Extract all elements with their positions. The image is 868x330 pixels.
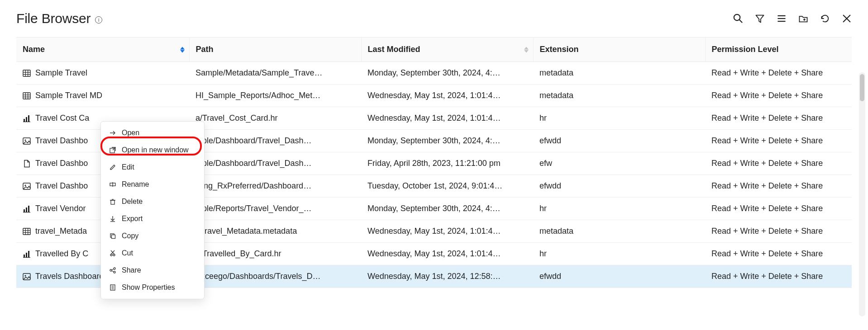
context-menu-label: Edit xyxy=(122,163,134,171)
close-icon[interactable] xyxy=(842,14,852,24)
column-header-name[interactable]: Name xyxy=(16,38,189,62)
column-header-path[interactable]: Path xyxy=(189,38,361,62)
file-extension: efwdd xyxy=(533,130,705,152)
file-modified: Monday, September 30th, 2024, 4:… xyxy=(361,62,533,85)
context-menu-label: Rename xyxy=(122,180,149,189)
file-path: a/Travel_Cost_Card.hr xyxy=(189,107,361,130)
copy-icon xyxy=(109,232,116,240)
file-modified: Monday, September 30th, 2024, 4:… xyxy=(361,130,533,152)
menu-icon[interactable] xyxy=(777,14,787,24)
file-permission: Read + Write + Delete + Share xyxy=(705,107,852,130)
file-path: HI_Sample_Reports/Adhoc_Met… xyxy=(189,85,361,107)
context-menu-item[interactable]: Delete xyxy=(101,193,204,210)
file-modified: Tuesday, October 1st, 2024, 9:01:4… xyxy=(361,175,533,198)
file-extension: hr xyxy=(533,107,705,130)
file-modified: Monday, September 30th, 2024, 4:… xyxy=(361,198,533,220)
edit-icon xyxy=(109,164,116,171)
file-extension: efwdd xyxy=(533,175,705,198)
column-header-permission[interactable]: Permission Level xyxy=(705,38,852,62)
context-menu-item[interactable]: Copy xyxy=(101,227,204,245)
file-type-icon xyxy=(23,227,31,236)
file-name: Travel Dashbo xyxy=(35,181,88,191)
scrollbar[interactable] xyxy=(859,72,865,316)
new-folder-icon[interactable] xyxy=(798,14,808,24)
file-name: Travel Cost Ca xyxy=(35,113,89,123)
scrollbar-thumb[interactable] xyxy=(860,74,864,101)
file-path: mple/Dashboard/Travel_Dash… xyxy=(189,130,361,152)
context-menu-label: Copy xyxy=(122,232,138,240)
file-name: Travels Dashboard xyxy=(35,272,104,281)
context-menu-label: Export xyxy=(122,215,143,223)
filter-icon[interactable] xyxy=(755,14,765,24)
context-menu-item[interactable]: Cut xyxy=(101,245,204,262)
file-permission: Read + Write + Delete + Share xyxy=(705,130,852,152)
file-name: Sample Travel xyxy=(35,68,87,78)
context-menu-item[interactable]: Export xyxy=(101,210,204,227)
arrow-right-icon xyxy=(109,129,116,137)
file-modified: Friday, April 28th, 2023, 11:21:00 pm xyxy=(361,152,533,175)
file-extension: hr xyxy=(533,243,705,265)
cut-icon xyxy=(109,250,116,257)
context-menu-item[interactable]: Share xyxy=(101,262,204,279)
trash-icon xyxy=(109,198,116,205)
refresh-icon[interactable] xyxy=(820,14,830,24)
context-menu-item[interactable]: Rename xyxy=(101,176,204,193)
download-icon xyxy=(109,215,116,222)
open-win-icon xyxy=(109,146,116,154)
file-permission: Read + Write + Delete + Share xyxy=(705,152,852,175)
table-row[interactable]: Sample TravelSample/Metadata/Sample_Trav… xyxy=(16,62,852,85)
context-menu-item[interactable]: Open in new window xyxy=(101,141,204,159)
context-menu-item[interactable]: Show Properties xyxy=(101,279,204,296)
search-icon[interactable] xyxy=(733,14,743,24)
share-icon xyxy=(109,267,116,274)
file-name: travel_Metada xyxy=(35,226,87,236)
info-icon[interactable]: i xyxy=(95,16,102,24)
file-name: Travel Dashbo xyxy=(35,136,88,146)
toolbar xyxy=(733,14,852,24)
file-modified: Wednesday, May 1st, 2024, 1:01:4… xyxy=(361,85,533,107)
props-icon xyxy=(109,284,116,291)
file-type-icon xyxy=(23,114,31,123)
column-header-extension[interactable]: Extension xyxy=(533,38,705,62)
file-name: Sample Travel MD xyxy=(35,91,102,100)
file-type-icon xyxy=(23,273,31,281)
column-label: Last Modified xyxy=(368,45,420,54)
context-menu-label: Open xyxy=(122,129,139,137)
file-name: Travelled By C xyxy=(35,249,88,259)
file-permission: Read + Write + Delete + Share xyxy=(705,220,852,243)
sort-indicator-icon xyxy=(524,47,529,52)
column-label: Extension xyxy=(540,45,579,54)
context-menu-label: Open in new window xyxy=(122,146,189,154)
column-label: Permission Level xyxy=(712,45,779,54)
column-header-modified[interactable]: Last Modified xyxy=(361,38,533,62)
file-type-icon xyxy=(23,69,31,77)
file-extension: metadata xyxy=(533,85,705,107)
context-menu-label: Share xyxy=(122,266,141,274)
context-menu: OpenOpen in new windowEditRenameDeleteEx… xyxy=(100,121,205,299)
context-menu-item[interactable]: Edit xyxy=(101,159,204,176)
file-extension: metadata xyxy=(533,220,705,243)
rename-icon xyxy=(109,181,116,188)
file-path: ining_RxPreferred/Dashboard… xyxy=(189,175,361,198)
file-permission: Read + Write + Delete + Share xyxy=(705,175,852,198)
page-title: File Browser xyxy=(16,11,91,26)
file-extension: efw xyxy=(533,152,705,175)
file-extension: metadata xyxy=(533,62,705,85)
file-path: Sample/Metadata/Sample_Trave… xyxy=(189,62,361,85)
file-modified: Wednesday, May 1st, 2024, 1:01:4… xyxy=(361,243,533,265)
context-menu-label: Delete xyxy=(122,198,143,206)
file-modified: Wednesday, May 1st, 2024, 1:01:4… xyxy=(361,107,533,130)
file-modified: Wednesday, May 1st, 2024, 12:58:… xyxy=(361,265,533,288)
file-type-icon xyxy=(23,92,31,100)
file-permission: Read + Write + Delete + Share xyxy=(705,265,852,288)
file-path: a/travel_Metadata.metadata xyxy=(189,220,361,243)
table-row[interactable]: Sample Travel MDHI_Sample_Reports/Adhoc_… xyxy=(16,85,852,107)
file-path: mple/Dashboard/Travel_Dash… xyxy=(189,152,361,175)
context-menu-item[interactable]: Open xyxy=(101,124,204,141)
file-path: a/Travelled_By_Card.hr xyxy=(189,243,361,265)
context-menu-label: Cut xyxy=(122,249,133,257)
file-type-icon xyxy=(23,137,31,145)
file-type-icon xyxy=(23,250,31,258)
file-type-icon xyxy=(23,182,31,190)
file-extension: hr xyxy=(533,198,705,220)
